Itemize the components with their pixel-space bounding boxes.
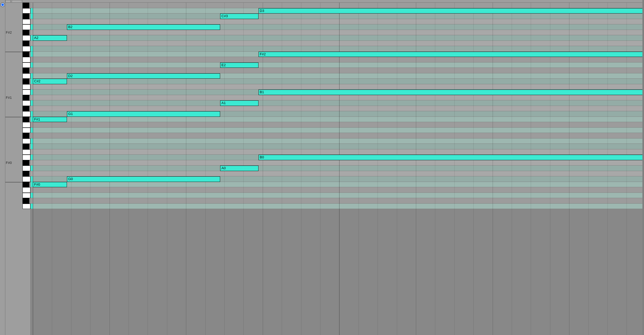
piano-key-white[interactable]	[22, 62, 30, 68]
piano-key-white[interactable]	[22, 187, 30, 193]
piano-key-black[interactable]	[22, 41, 29, 46]
piano-key-black[interactable]	[22, 160, 29, 166]
marker-icon[interactable]	[1, 3, 4, 7]
piano-key-white[interactable]	[22, 19, 30, 25]
piano-key-black[interactable]	[22, 52, 29, 57]
piano-key-white[interactable]	[22, 84, 30, 90]
piano-key-black[interactable]	[22, 95, 29, 101]
midi-note[interactable]: D2	[67, 73, 220, 79]
piano-key-black[interactable]	[22, 171, 29, 177]
midi-note[interactable]: D3	[258, 8, 643, 14]
piano-key-white[interactable]	[22, 193, 30, 198]
piano-key-white[interactable]	[22, 166, 30, 171]
piano-key-white[interactable]	[22, 100, 30, 106]
piano-key-white[interactable]	[22, 111, 30, 117]
midi-note[interactable]: F#1	[33, 117, 67, 122]
keyboard-pitch-label: F#1	[6, 96, 12, 100]
midi-note[interactable]: G0	[67, 176, 220, 182]
piano-key-white[interactable]	[22, 122, 30, 128]
piano-key-white[interactable]	[22, 8, 30, 14]
piano-key-black[interactable]	[22, 198, 29, 204]
piano-key-white[interactable]	[22, 24, 30, 30]
midi-note[interactable]: E2	[220, 62, 258, 68]
piano-key-white[interactable]	[22, 128, 30, 133]
piano-key-white[interactable]	[22, 176, 30, 182]
piano-key-white[interactable]	[22, 139, 30, 144]
piano-key-black[interactable]	[22, 133, 29, 139]
ruler-box-1	[5, 0, 11, 3]
piano-key-white[interactable]	[22, 35, 30, 41]
piano-key-white[interactable]	[22, 204, 30, 209]
left-gutter	[0, 0, 5, 335]
piano-key-black[interactable]	[22, 3, 29, 8]
midi-note[interactable]: A2	[33, 35, 67, 41]
piano-key-black[interactable]	[22, 106, 29, 111]
piano-key-white[interactable]	[22, 46, 30, 52]
piano-key-white[interactable]	[22, 155, 30, 160]
midi-note[interactable]: G1	[67, 111, 220, 117]
midi-note[interactable]: B1	[258, 90, 643, 95]
piano-keyboard[interactable]: F#2F#1F#0	[5, 3, 31, 335]
piano-key-black[interactable]	[22, 30, 29, 35]
timeline-ruler[interactable]	[5, 0, 644, 3]
piano-key-black[interactable]	[22, 79, 29, 84]
midi-note[interactable]: B2	[67, 24, 220, 30]
midi-note[interactable]: B0	[258, 155, 643, 160]
piano-key-black[interactable]	[22, 68, 29, 73]
notes-layer[interactable]: D3C#3B2A2F#2E2D2C#2B1A1G1F#1B0A0G0F#0	[31, 3, 644, 335]
piano-key-black[interactable]	[22, 117, 29, 122]
right-scroll-edge	[642, 0, 644, 335]
midi-note[interactable]: F#2	[258, 52, 643, 57]
piano-key-black[interactable]	[22, 144, 29, 149]
piano-key-black[interactable]	[22, 14, 29, 19]
piano-key-white[interactable]	[22, 90, 30, 95]
piano-key-white[interactable]	[22, 149, 30, 155]
midi-note[interactable]: A1	[220, 100, 258, 106]
piano-key-white[interactable]	[22, 73, 30, 79]
keyboard-pitch-label: F#2	[6, 30, 12, 34]
midi-note[interactable]: A0	[220, 166, 258, 171]
midi-note[interactable]: F#0	[33, 182, 67, 187]
midi-note[interactable]: C#3	[220, 14, 258, 19]
piano-key-white[interactable]	[22, 57, 30, 62]
ruler-box-2	[12, 0, 22, 3]
piano-key-black[interactable]	[22, 182, 29, 187]
midi-note[interactable]: C#2	[33, 79, 67, 84]
keyboard-pitch-label: F#0	[6, 161, 12, 165]
